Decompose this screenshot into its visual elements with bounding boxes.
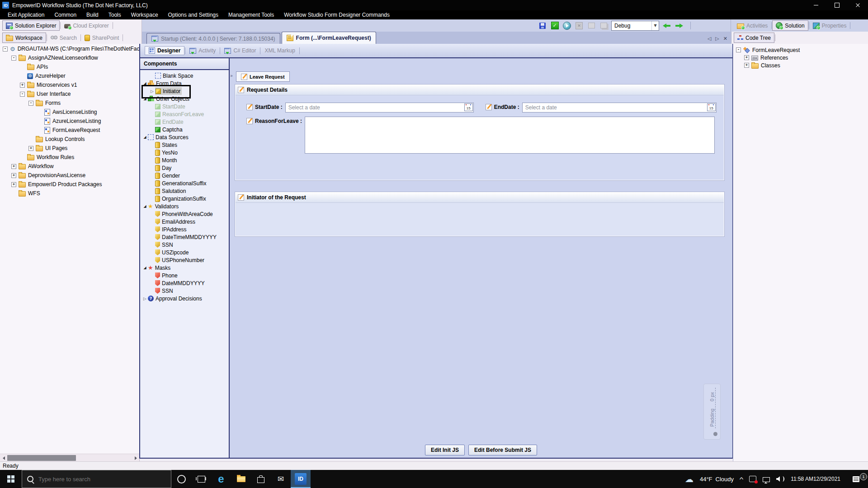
start-button[interactable] xyxy=(0,470,22,488)
component-item[interactable]: Other Objects xyxy=(140,95,229,103)
cascade-windows-button[interactable] xyxy=(599,21,608,30)
tree-row[interactable]: Forms xyxy=(0,99,139,108)
navigate-forward-button[interactable] xyxy=(675,21,684,30)
scroll-right-button[interactable] xyxy=(132,455,139,462)
tab-activities[interactable]: Activities xyxy=(734,21,771,30)
tab-c-editor[interactable]: C# Editor xyxy=(221,47,259,55)
search-input[interactable] xyxy=(38,475,148,483)
component-item[interactable]: PhoneWithAreaCode xyxy=(140,210,229,218)
code-tree-row[interactable]: FormLeaveRequest xyxy=(733,46,868,54)
component-item[interactable]: USPhoneNumber xyxy=(140,256,229,264)
volume-button[interactable] xyxy=(773,476,788,482)
component-item[interactable]: SSN xyxy=(140,241,229,249)
form-page-tab[interactable]: Leave Request xyxy=(236,71,290,82)
expander-icon[interactable] xyxy=(142,296,148,301)
padding-drag-handle[interactable] xyxy=(713,432,717,436)
tree-row[interactable]: APIs xyxy=(0,62,139,71)
menu-item-common[interactable]: Common xyxy=(49,12,81,18)
tree-row[interactable]: ⚙DRGAUTAM-WS (C:\Program Files\TheDotNet… xyxy=(0,44,139,53)
component-item[interactable]: GenerationalSuffix xyxy=(140,179,229,187)
component-item[interactable]: Day xyxy=(140,164,229,172)
store-button[interactable] xyxy=(251,470,271,488)
tab-xml-markup[interactable]: XML Markup xyxy=(261,47,299,55)
task-view-button[interactable] xyxy=(191,470,211,488)
start-date-input[interactable]: Select a date 15 xyxy=(285,103,474,113)
tab-search[interactable]: Search xyxy=(47,33,80,42)
expander-icon[interactable] xyxy=(142,81,148,85)
scroll-left-button[interactable] xyxy=(0,455,7,462)
expander-toggle[interactable] xyxy=(28,101,33,106)
tab-solution[interactable]: Solution xyxy=(772,20,808,31)
initiator-header[interactable]: Initiator of the Request xyxy=(236,192,724,203)
next-tab-button[interactable]: ▷ xyxy=(715,36,719,42)
menu-item-exit-application[interactable]: Exit Application xyxy=(3,12,49,18)
expander-toggle[interactable] xyxy=(11,182,16,187)
expander-toggle[interactable] xyxy=(11,56,16,61)
tree-row[interactable]: AwsLicenseListing xyxy=(0,108,139,117)
menu-item-management-tools[interactable]: Management Tools xyxy=(223,12,279,18)
tree-row[interactable]: EmpowerID Product Packages xyxy=(0,180,139,189)
component-item[interactable]: EmailAddress xyxy=(140,218,229,225)
edit-before-submit-js-button[interactable]: Edit Before Submit JS xyxy=(468,445,537,455)
component-item[interactable]: USZipcode xyxy=(140,249,229,256)
expander-icon[interactable] xyxy=(142,204,148,208)
component-item[interactable]: Captcha xyxy=(140,126,229,133)
tab-activity[interactable]: Activity xyxy=(186,47,219,55)
tree-row[interactable]: ⚙AzureHelper xyxy=(0,71,139,80)
tab-cloud-explorer[interactable]: Cloud Explorer xyxy=(61,21,112,30)
document-tab-startup[interactable]: Startup (Client: 4.0.0.0 | Server: 7.188… xyxy=(146,33,280,44)
expander-toggle[interactable] xyxy=(736,47,741,52)
save-button[interactable] xyxy=(538,21,547,30)
component-item[interactable]: YesNo xyxy=(140,149,229,156)
empowerid-app-button[interactable]: ID xyxy=(291,470,311,488)
component-item[interactable]: IPAddress xyxy=(140,225,229,233)
expander-toggle[interactable] xyxy=(11,164,16,169)
component-item[interactable]: Data Sources xyxy=(140,133,229,141)
request-details-header[interactable]: Request Details xyxy=(236,85,724,95)
component-item[interactable]: Form Data xyxy=(140,80,229,87)
tree-row[interactable]: AzureLicenseListing xyxy=(0,117,139,126)
expander-toggle[interactable] xyxy=(28,146,33,151)
share-notification-button[interactable] xyxy=(746,476,760,482)
network-button[interactable] xyxy=(760,476,773,482)
cortana-button[interactable] xyxy=(171,470,191,488)
expander-icon[interactable] xyxy=(142,97,148,101)
expander-toggle[interactable] xyxy=(20,83,25,88)
menu-item-options-and-settings[interactable]: Options and Settings xyxy=(163,12,223,18)
tree-row[interactable]: Workflow Rules xyxy=(0,153,139,162)
build-config-dropdown[interactable]: Debug ▼ xyxy=(611,21,659,31)
expander-icon[interactable] xyxy=(142,266,148,270)
taskbar-search[interactable] xyxy=(22,470,171,488)
new-window-button[interactable] xyxy=(587,21,596,30)
prev-tab-button[interactable]: ◁ xyxy=(708,36,711,42)
expander-icon[interactable] xyxy=(142,135,148,139)
edge-button[interactable]: e xyxy=(211,470,231,488)
component-item[interactable]: States xyxy=(140,141,229,149)
expander-toggle[interactable] xyxy=(744,63,749,68)
expander-icon[interactable] xyxy=(149,89,155,94)
menu-item-workspace[interactable]: Workspace xyxy=(126,12,163,18)
clock[interactable]: 11:58 AM 12/29/2021 xyxy=(788,476,844,483)
menu-item-workflow-studio-form-designer-commands[interactable]: Workflow Studio Form Designer Commands xyxy=(279,12,395,18)
component-item[interactable]: Gender xyxy=(140,172,229,179)
component-item[interactable]: Month xyxy=(140,156,229,164)
calendar-icon[interactable]: 15 xyxy=(707,103,716,111)
component-item[interactable]: ★Masks xyxy=(140,264,229,272)
run-button[interactable] xyxy=(562,21,571,30)
tree-row[interactable]: Lookup Controls xyxy=(0,135,139,144)
tree-row[interactable]: AWorkflow xyxy=(0,162,139,171)
expander-toggle[interactable] xyxy=(11,173,16,178)
component-item[interactable]: Salutation xyxy=(140,187,229,195)
tab-solution-explorer[interactable]: Solution Explorer xyxy=(2,20,60,31)
scrollbar-thumb[interactable] xyxy=(7,455,76,461)
weather-widget[interactable]: ☁ xyxy=(682,475,697,483)
tree-row[interactable]: WFS xyxy=(0,189,139,198)
tree-row[interactable]: UI Pages xyxy=(0,144,139,153)
notification-center-button[interactable]: 1 xyxy=(844,476,868,482)
code-tree-row[interactable]: References xyxy=(733,54,868,61)
tree-row[interactable]: AssignAZNewLicenseorkflow xyxy=(0,53,139,62)
maximize-button[interactable] xyxy=(826,0,847,10)
weather-text[interactable]: 44°F Cloudy xyxy=(697,476,737,483)
expander-toggle[interactable] xyxy=(744,55,749,60)
reason-textarea[interactable] xyxy=(305,117,715,154)
